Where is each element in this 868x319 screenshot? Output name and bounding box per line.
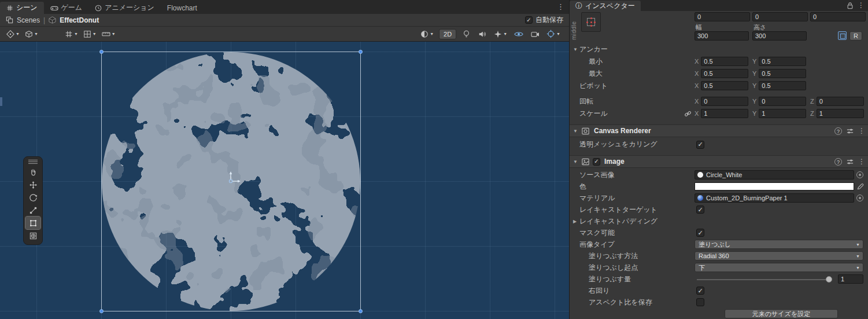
preserve-aspect-checkbox[interactable] — [696, 298, 704, 306]
pos-y-field[interactable]: 0 — [752, 12, 808, 21]
raycast-padding-row[interactable]: ▶ レイキャストパディング — [570, 215, 868, 227]
scale-link-icon[interactable] — [684, 110, 692, 118]
grid-visibility-button[interactable]: ▼ — [82, 28, 98, 40]
grid-snapping-button[interactable]: ▼ — [63, 28, 80, 40]
presets-icon[interactable] — [846, 127, 854, 135]
anchor-min-x-field[interactable]: 0.5 — [701, 57, 748, 66]
snap-increment-button[interactable]: ▼ — [100, 28, 117, 40]
rotation-x-field[interactable]: 0 — [701, 97, 748, 106]
pos-x-field[interactable]: 0 — [695, 12, 750, 21]
scale-y-field[interactable]: 1 — [759, 109, 806, 118]
cube-icon — [25, 30, 33, 38]
color-swatch[interactable] — [695, 182, 854, 190]
anchor-min-y-field[interactable]: 0.5 — [759, 57, 806, 66]
selection-handle-bottom-left[interactable] — [99, 309, 104, 313]
scene-lighting-button[interactable] — [460, 28, 472, 40]
canvas-renderer-header[interactable]: ▼ Canvas Renderer ? ⋮ — [570, 124, 868, 137]
breadcrumb-current[interactable]: EffectDonut — [60, 16, 99, 24]
rect-tool-button[interactable] — [25, 217, 40, 229]
set-native-size-button[interactable]: 元来のサイズを設定 — [725, 309, 838, 318]
image-type-dropdown[interactable]: 塗りつぶし ▼ — [695, 240, 863, 249]
tab-game-label: ゲーム — [61, 3, 83, 13]
component-tools-button[interactable]: ▼ — [545, 28, 562, 40]
image-header[interactable]: ▼ ✓ Image ? ⋮ — [570, 155, 868, 168]
raw-edit-mode-button[interactable]: R — [849, 31, 862, 41]
move-gizmo[interactable] — [220, 171, 241, 192]
anchors-foldout-row[interactable]: ▼ アンカー — [570, 43, 868, 56]
selection-handle-bottom-right[interactable] — [359, 309, 363, 313]
height-label: 高さ — [754, 23, 766, 32]
inspector-menu-icon[interactable]: ⋮ — [858, 1, 865, 9]
breadcrumb: Scenes | EffectDonut ✓ 自動保存 — [0, 14, 569, 27]
cull-transparent-mesh-checkbox[interactable]: ✓ — [696, 141, 704, 149]
rotation-z-field[interactable]: 0 — [817, 97, 864, 106]
tab-scene[interactable]: シーン — [0, 2, 44, 14]
object-picker-icon[interactable] — [856, 171, 863, 178]
component-menu-icon[interactable]: ⋮ — [858, 127, 865, 135]
scene-asset-icon — [49, 16, 56, 24]
eyedropper-icon[interactable] — [857, 182, 865, 190]
anchor-preset-button[interactable] — [581, 12, 601, 32]
fill-origin-dropdown[interactable]: 下 ▼ — [695, 263, 863, 272]
scene-camera-settings-button[interactable] — [529, 28, 541, 40]
scale-x-field[interactable]: 1 — [701, 109, 748, 118]
clockwise-checkbox[interactable]: ✓ — [696, 287, 704, 295]
pivot-y-field[interactable]: 0.5 — [759, 81, 806, 90]
pos-z-field[interactable]: 0 — [810, 12, 866, 21]
pane-menu-icon[interactable]: ⋮ — [557, 2, 564, 11]
ruler-icon — [102, 31, 110, 38]
tab-animation[interactable]: アニメーション — [88, 2, 161, 14]
object-picker-icon[interactable] — [856, 195, 863, 201]
source-image-field[interactable]: Circle_White — [695, 170, 854, 179]
anchor-max-x-field[interactable]: 0.5 — [701, 69, 748, 78]
material-field[interactable]: Custom_2D_BurningPaper 1 — [695, 193, 854, 203]
tab-inspector[interactable]: ⓘ インスペクター — [570, 1, 641, 11]
scale-z-field[interactable]: 1 — [817, 109, 864, 118]
fill-amount-slider-handle[interactable] — [826, 276, 832, 283]
draw-mode-button[interactable]: ▼ — [419, 28, 435, 40]
rotate-tool-button[interactable] — [25, 191, 40, 204]
scene-audio-button[interactable] — [476, 28, 489, 40]
move-tool-button[interactable] — [25, 178, 40, 191]
anchor-max-y-field[interactable]: 0.5 — [759, 69, 806, 78]
tab-flowchart[interactable]: Flowchart — [161, 2, 204, 14]
pivot-x-field[interactable]: 0.5 — [701, 81, 748, 90]
component-menu-icon[interactable]: ⋮ — [858, 157, 865, 166]
autosave-checkbox[interactable]: ✓ — [525, 16, 533, 24]
anchor-max-label: 最大 — [589, 69, 603, 79]
image-enabled-checkbox[interactable]: ✓ — [593, 158, 600, 166]
maskable-checkbox[interactable]: ✓ — [696, 229, 704, 237]
axis-x-label: X — [695, 58, 699, 65]
blueprint-mode-button[interactable] — [838, 31, 847, 40]
scene-view[interactable] — [0, 42, 569, 319]
view-tool-button[interactable] — [25, 166, 40, 178]
selection-handle-top-left[interactable] — [99, 50, 104, 54]
presets-icon[interactable] — [846, 158, 854, 166]
transform-tool-button[interactable] — [25, 229, 40, 242]
axis-z-label: Z — [810, 110, 814, 117]
selection-handle-top-right[interactable] — [359, 50, 363, 54]
height-field[interactable]: 300 — [752, 31, 807, 41]
scale-icon — [29, 206, 38, 215]
tool-handle-position-button[interactable]: ▼ — [5, 28, 21, 40]
rotation-y-field[interactable]: 0 — [759, 97, 806, 106]
tool-handle-rotation-button[interactable]: ▼ — [23, 28, 40, 40]
grid-icon — [83, 30, 91, 38]
effects-visibility-button[interactable]: ▼ — [492, 28, 509, 40]
2d-mode-button[interactable]: 2D — [439, 29, 456, 39]
fill-amount-slider[interactable] — [697, 279, 829, 280]
overlay-drag-handle-icon[interactable] — [28, 160, 38, 164]
breadcrumb-scenes[interactable]: Scenes — [17, 16, 40, 24]
help-icon[interactable]: ? — [834, 158, 842, 166]
scene-visibility-button[interactable] — [512, 28, 525, 40]
raycast-target-checkbox[interactable]: ✓ — [696, 206, 704, 214]
scale-tool-button[interactable] — [25, 204, 40, 217]
fill-method-dropdown[interactable]: Radial 360 ▼ — [695, 251, 863, 261]
fill-amount-field[interactable]: 1 — [838, 274, 863, 284]
width-field[interactable]: 300 — [695, 31, 749, 41]
autosave-toggle[interactable]: ✓ 自動保存 — [525, 15, 563, 25]
lock-icon[interactable] — [847, 2, 854, 9]
dropdown-caret-icon: ▼ — [856, 254, 860, 258]
help-icon[interactable]: ? — [834, 127, 842, 135]
tab-game[interactable]: ゲーム — [44, 2, 89, 14]
